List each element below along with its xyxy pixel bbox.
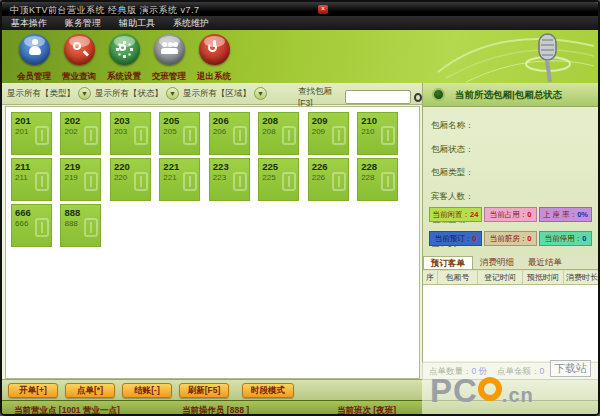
- filter-state[interactable]: 显示所有【状态】 ▼: [95, 87, 179, 100]
- room-number: 211: [15, 161, 30, 172]
- room-tile[interactable]: 201 201: [11, 112, 52, 155]
- door-icon: [35, 218, 49, 237]
- room-number: 219: [64, 161, 80, 172]
- exit-system-label: 退出系统: [192, 71, 236, 83]
- business-query-button[interactable]: 营业查询: [57, 34, 101, 83]
- menu-item-maintenance[interactable]: 系统维护: [164, 17, 218, 30]
- room-number: 226: [312, 161, 328, 172]
- checkout-button[interactable]: 结账[-]: [122, 383, 172, 398]
- room-tile[interactable]: 208 208: [258, 112, 299, 155]
- room-tile[interactable]: 221 221: [159, 158, 200, 201]
- system-settings-label: 系统设置: [102, 71, 146, 83]
- room-number: 225: [262, 161, 278, 172]
- room-tile[interactable]: 225 225: [258, 158, 299, 201]
- chevron-down-icon[interactable]: ▼: [78, 87, 91, 100]
- room-number: 888: [64, 207, 80, 218]
- shift-manage-button[interactable]: 交班管理: [147, 34, 191, 83]
- room-code: 209: [312, 127, 325, 136]
- time-mode-button[interactable]: 时段模式: [242, 383, 294, 398]
- room-info-field: 宾客人数：: [431, 191, 512, 203]
- door-icon: [381, 172, 395, 191]
- search-icon[interactable]: [414, 93, 422, 102]
- status-dot-icon: [432, 88, 445, 101]
- room-number: 666: [15, 207, 31, 218]
- badge-occupancy-rate: 上 座 率：0%: [539, 207, 592, 222]
- door-icon: [183, 172, 197, 191]
- menu-item-basic-ops[interactable]: 基本操作: [2, 17, 56, 30]
- menu-item-tools[interactable]: 辅助工具: [110, 17, 164, 30]
- col-room-no: 包厢号: [438, 271, 478, 284]
- room-code: 211: [15, 173, 28, 182]
- menu-item-accounting[interactable]: 账务管理: [56, 17, 110, 30]
- filter-area-label: 显示所有【区域】: [183, 88, 251, 100]
- status-shift: 当前班次 [夜班]: [337, 405, 396, 416]
- filter-state-label: 显示所有【状态】: [95, 88, 163, 100]
- room-code: 221: [163, 173, 176, 182]
- room-code: 228: [361, 173, 374, 182]
- menubar: 基本操作 账务管理 辅助工具 系统维护: [2, 16, 598, 30]
- room-number: 201: [15, 115, 31, 126]
- door-icon: [282, 172, 296, 191]
- room-code: 208: [262, 127, 275, 136]
- status-business-point: 当前营业点 [1001 营业一点]: [14, 405, 120, 416]
- room-tile[interactable]: 211 211: [11, 158, 52, 201]
- room-number: 208: [262, 115, 278, 126]
- room-tile[interactable]: 220 220: [110, 158, 151, 201]
- door-icon: [134, 172, 148, 191]
- filter-area[interactable]: 显示所有【区域】 ▼: [183, 87, 267, 100]
- door-icon: [84, 218, 98, 237]
- order-amount: 点单金额：0: [497, 363, 544, 379]
- room-tile[interactable]: 226 226: [308, 158, 349, 201]
- close-button[interactable]: ×: [318, 5, 328, 14]
- room-search: 查找包厢[F3]: [298, 86, 422, 108]
- room-info-field: 包厢名称：: [431, 120, 512, 132]
- room-tile[interactable]: 202 202: [60, 112, 101, 155]
- tab-recent-bills[interactable]: 最近结单: [521, 256, 569, 269]
- open-bill-button[interactable]: 开单[+]: [8, 383, 58, 398]
- filter-type[interactable]: 显示所有【类型】 ▼: [7, 87, 91, 100]
- status-bar: 当前营业点 [1001 营业一点] 当前操作员 [888 ] 当前班次 [夜班]: [2, 400, 598, 416]
- member-manage-button[interactable]: 会员管理: [12, 34, 56, 83]
- room-code: 226: [312, 173, 325, 182]
- door-icon: [84, 126, 98, 145]
- order-qty: 点单数量：0 份: [429, 363, 487, 379]
- room-code: 225: [262, 173, 275, 182]
- status-operator: 当前操作员 [888 ]: [182, 405, 249, 416]
- room-tile[interactable]: 888 888: [60, 204, 101, 247]
- room-code: 223: [213, 173, 226, 182]
- room-tile[interactable]: 666 666: [11, 204, 52, 247]
- room-tile[interactable]: 205 205: [159, 112, 200, 155]
- room-tile[interactable]: 219 219: [60, 158, 101, 201]
- exit-system-button[interactable]: 退出系统: [192, 34, 236, 83]
- order-summary: 点单数量：0 份 点单金额：0: [423, 362, 600, 379]
- room-tile[interactable]: 203 203: [110, 112, 151, 155]
- badge-reserved: 当前预订：0: [429, 231, 482, 246]
- filter-bar: 显示所有【类型】 ▼ 显示所有【状态】 ▼ 显示所有【区域】 ▼ 查找包厢[F3…: [2, 83, 422, 105]
- refresh-button[interactable]: 刷新[F5]: [179, 383, 229, 398]
- room-tile[interactable]: 209 209: [308, 112, 349, 155]
- toolbar: 会员管理 营业查询 系统设置 交班管理 退出系统: [2, 30, 598, 83]
- room-search-input[interactable]: [345, 90, 411, 104]
- tab-consumption-detail[interactable]: 消费明细: [473, 256, 521, 269]
- room-number: 221: [163, 161, 179, 172]
- chevron-down-icon[interactable]: ▼: [166, 87, 179, 100]
- chevron-down-icon[interactable]: ▼: [254, 87, 267, 100]
- room-code: 205: [163, 127, 176, 136]
- tab-reserved-orders[interactable]: 预订客单: [423, 256, 473, 269]
- field-label: 包厢类型：: [431, 167, 474, 177]
- room-info-field: 包厢类型：: [431, 167, 512, 179]
- door-icon: [35, 126, 49, 145]
- room-number: 223: [213, 161, 229, 172]
- door-icon: [84, 172, 98, 191]
- system-settings-button[interactable]: 系统设置: [102, 34, 146, 83]
- door-icon: [282, 126, 296, 145]
- room-tile[interactable]: 206 206: [209, 112, 250, 155]
- table-body[interactable]: [423, 285, 600, 361]
- room-tile[interactable]: 210 210: [357, 112, 398, 155]
- room-code: 206: [213, 127, 226, 136]
- room-code: 210: [361, 127, 374, 136]
- col-duration: 消费时长: [564, 271, 600, 284]
- order-button[interactable]: 点单[*]: [65, 383, 115, 398]
- room-tile[interactable]: 228 228: [357, 158, 398, 201]
- room-tile[interactable]: 223 223: [209, 158, 250, 201]
